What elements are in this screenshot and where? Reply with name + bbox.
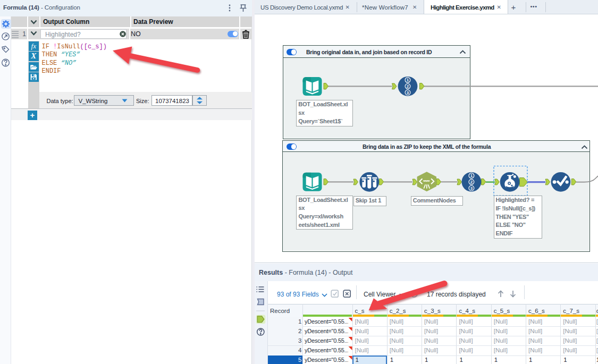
svg-text:2: 2	[406, 84, 409, 89]
svg-text:3: 3	[406, 90, 409, 95]
svg-text:1: 1	[406, 78, 409, 82]
